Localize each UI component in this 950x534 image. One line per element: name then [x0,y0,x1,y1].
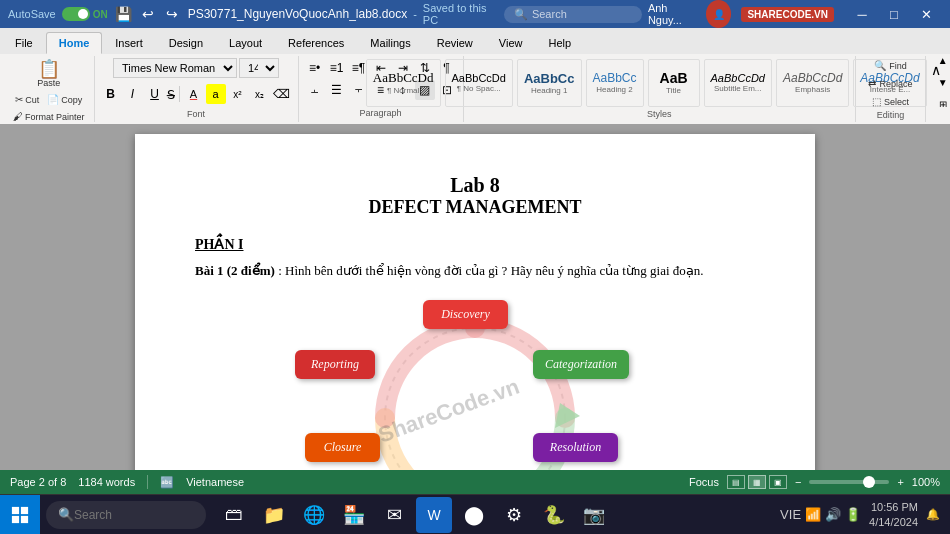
autosave-toggle[interactable]: ON [62,7,108,21]
document-area[interactable]: Lab 8 DEFECT MANAGEMENT PHẦN I Bài 1 (2 … [0,124,950,490]
styles-group: AaBbCcDd ¶ Normal AaBbCcDd ¶ No Spac... … [464,56,856,122]
style-heading1[interactable]: AaBbCc Heading 1 [517,59,582,107]
style-title[interactable]: AaB Title [648,59,700,107]
copy-icon: 📄 [47,94,59,105]
status-bar: Page 2 of 8 1184 words 🔤 Vietnamese Focu… [0,470,950,494]
taskbar-search-input[interactable] [74,508,174,522]
replace-button[interactable]: ⇄ Replace [865,76,915,91]
format-painter-button[interactable]: 🖌 Format Painter [10,109,88,124]
tab-home[interactable]: Home [46,32,103,54]
tab-design[interactable]: Design [156,32,216,54]
view-web-button[interactable]: ▦ [748,475,766,489]
font-color-button[interactable]: A [184,84,204,104]
align-left-button[interactable]: ⫠ [305,80,325,100]
format-painter-label: Format Painter [25,112,85,122]
autosave-track[interactable] [62,7,90,21]
ribbon-collapse-button[interactable]: ∧ [926,60,946,80]
align-center-button[interactable]: ☰ [327,80,347,100]
style-no-space[interactable]: AaBbCcDd ¶ No Spac... [445,59,513,107]
tab-help[interactable]: Help [535,32,584,54]
find-button[interactable]: 🔍 Find [871,58,910,73]
bullets-button[interactable]: ≡• [305,58,325,78]
taskbar-store-icon[interactable]: 🏪 [336,497,372,533]
style-subtitle[interactable]: AaBbCcDd Subtitle Em... [704,59,772,107]
undo-icon[interactable]: ↩ [139,4,157,24]
tab-review[interactable]: Review [424,32,486,54]
tab-mailings[interactable]: Mailings [357,32,423,54]
copy-button[interactable]: 📄 Copy [44,92,85,107]
close-button[interactable]: ✕ [910,0,942,28]
zoom-minus[interactable]: − [795,476,801,488]
battery-icon[interactable]: 🔋 [845,507,861,522]
taskbar-chrome-icon[interactable]: ⬤ [456,497,492,533]
tab-references[interactable]: References [275,32,357,54]
strikethrough-button[interactable]: S̶ [167,87,175,102]
numbering-button[interactable]: ≡1 [327,58,347,78]
redo-icon[interactable]: ↪ [163,4,181,24]
view-print-button[interactable]: ▤ [727,475,745,489]
select-button[interactable]: ⬚ Select [869,94,912,109]
style-normal[interactable]: AaBbCcDd ¶ Normal [366,59,441,107]
tab-insert[interactable]: Insert [102,32,156,54]
cycle-node-discovery: Discovery [423,300,508,329]
view-read-button[interactable]: ▣ [769,475,787,489]
clock-date: 4/14/2024 [869,515,918,529]
taskbar-mail-icon[interactable]: ✉ [376,497,412,533]
style-emphasis[interactable]: AaBbCcDd Emphasis [776,59,849,107]
taskbar-word-icon[interactable]: W [416,497,452,533]
word-count: 1184 words [78,476,135,488]
focus-label[interactable]: Focus [689,476,719,488]
taskbar-settings-icon[interactable]: ⚙ [496,497,532,533]
cycle-node-categorization: Categorization [533,350,629,379]
tab-file[interactable]: File [2,32,46,54]
taskbar-widgets-icon[interactable]: 🗃 [216,497,252,533]
taskbar-search-box[interactable]: 🔍 [46,501,206,529]
cycle-diagram: Discovery Categorization Resolution Veri… [285,298,665,490]
language-tray-label: VIE [780,507,801,522]
zoom-slider[interactable] [809,480,889,484]
taskbar-system-area: VIE 📶 🔊 🔋 10:56 PM 4/14/2024 🔔 [780,500,950,529]
minimize-button[interactable]: ─ [846,0,878,28]
zoom-percent: 100% [912,476,940,488]
styles-more[interactable]: ⊞ [933,95,950,108]
cycle-node-closure: Closure [305,433,380,462]
ribbon-tabs: File Home Insert Design Layout Reference… [0,28,950,54]
subscript-button[interactable]: x₂ [250,84,270,104]
language-label: Vietnamese [186,476,244,488]
title-search-input[interactable] [532,8,632,20]
system-clock[interactable]: 10:56 PM 4/14/2024 [869,500,918,529]
cut-button[interactable]: ✂ Cut [12,92,42,107]
bold-button[interactable]: B [101,84,121,104]
user-avatar[interactable]: 👤 [706,0,732,28]
tab-view[interactable]: View [486,32,536,54]
doc-question-label: Bài 1 (2 điểm) [195,263,275,278]
taskbar-camera-icon[interactable]: 📷 [576,497,612,533]
font-family-select[interactable]: Times New Roman [113,58,237,78]
maximize-button[interactable]: □ [878,0,910,28]
style-h2-preview: AaBbCc [593,71,637,85]
underline-button[interactable]: U [145,84,165,104]
taskbar-edge-icon[interactable]: 🌐 [296,497,332,533]
speaker-icon[interactable]: 🔊 [825,507,841,522]
autosave-label: AutoSave [8,8,56,20]
zoom-plus[interactable]: + [897,476,903,488]
taskbar-python-icon[interactable]: 🐍 [536,497,572,533]
paste-button[interactable]: 📋 Paste [34,58,63,90]
title-search-box[interactable]: 🔍 [504,6,642,23]
save-icon[interactable]: 💾 [114,4,133,24]
svg-rect-4 [21,506,28,513]
clear-formatting-button[interactable]: ⌫ [272,84,292,104]
network-icon[interactable]: 📶 [805,507,821,522]
italic-button[interactable]: I [123,84,143,104]
font-size-select[interactable]: 14 [239,58,279,78]
tab-layout[interactable]: Layout [216,32,275,54]
select-label: Select [884,97,909,107]
cycle-node-reporting: Reporting [295,350,375,379]
notification-icon[interactable]: 🔔 [926,508,940,521]
paragraph-label: Paragraph [360,106,402,120]
highlight-button[interactable]: a [206,84,226,104]
taskbar-files-icon[interactable]: 📁 [256,497,292,533]
style-heading2[interactable]: AaBbCc Heading 2 [586,59,644,107]
superscript-button[interactable]: x² [228,84,248,104]
start-button[interactable] [0,495,40,535]
